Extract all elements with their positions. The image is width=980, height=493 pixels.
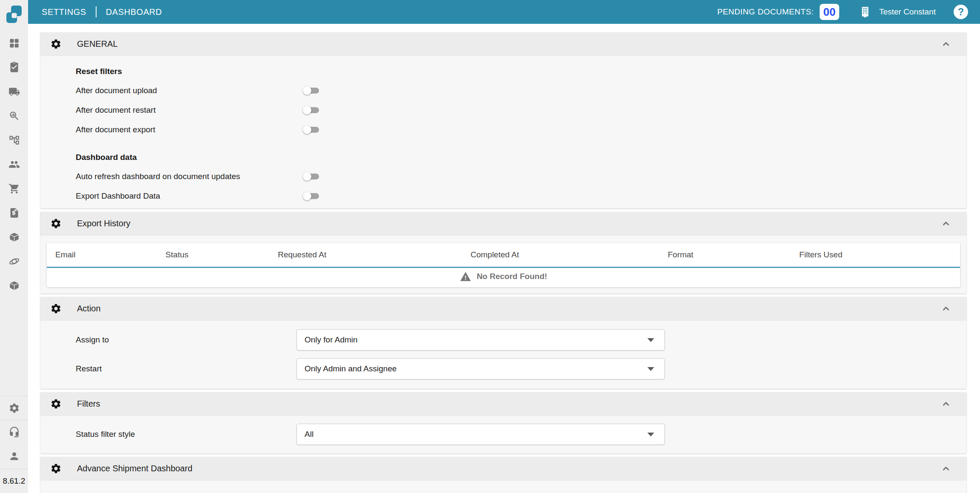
- sidebar-item-package-alt[interactable]: [9, 274, 20, 298]
- sidebar-item-users[interactable]: [9, 152, 20, 177]
- sidebar-item-settings[interactable]: [0, 396, 28, 420]
- section-body-advance-shipment: [40, 480, 966, 493]
- shipping-truck-icon: [9, 86, 20, 97]
- empty-row: No Record Found!: [47, 267, 960, 287]
- invoice-icon: [9, 207, 20, 219]
- section-title: Advance Shipment Dashboard: [77, 464, 192, 473]
- section-body-filters: Status filter style All: [40, 415, 966, 453]
- chevron-up-icon: [940, 398, 952, 410]
- setting-row: After document restart: [76, 100, 966, 120]
- sidebar-item-search-analytics[interactable]: [9, 104, 20, 128]
- section-filters: Filters Status filter style All: [40, 392, 966, 453]
- export-history-table: Email Status Requested At Completed At F…: [47, 243, 960, 287]
- gear-icon: [50, 463, 62, 474]
- field-label: Status filter style: [76, 430, 296, 439]
- toggle-label: After document export: [76, 125, 303, 134]
- group-heading: Reset filters: [76, 62, 966, 81]
- sidebar-item-cart[interactable]: [9, 177, 20, 201]
- toggle-after-document-restart[interactable]: [303, 106, 319, 114]
- sidebar-item-integrations[interactable]: [9, 249, 20, 274]
- nav-separator: [96, 6, 97, 17]
- column-header-filters-used: Filters Used: [799, 243, 960, 267]
- section-header-general[interactable]: GENERAL: [40, 32, 966, 55]
- field-label: Restart: [76, 364, 296, 373]
- chevron-up-icon: [940, 217, 952, 229]
- section-action: Action Assign to Only for Admin Restart …: [40, 297, 966, 389]
- gear-icon: [50, 303, 62, 314]
- sidebar-item-support[interactable]: [0, 420, 28, 443]
- toggle-after-document-upload[interactable]: [303, 86, 319, 95]
- no-record-message: No Record Found!: [460, 271, 547, 282]
- column-header-status: Status: [165, 243, 278, 267]
- collapse-button[interactable]: [940, 398, 952, 410]
- toggle-after-document-export[interactable]: [303, 125, 319, 134]
- caret-down-icon: [647, 433, 654, 436]
- assign-to-select[interactable]: Only for Admin: [296, 329, 665, 351]
- app-logo-icon: [5, 3, 23, 25]
- user-name[interactable]: Tester Constant: [879, 7, 936, 17]
- sidebar-item-dashboard[interactable]: [9, 31, 20, 55]
- section-header-export-history[interactable]: Export History: [40, 212, 966, 235]
- building-icon: [859, 6, 872, 18]
- restart-select[interactable]: Only Admin and Assignee: [296, 358, 665, 379]
- column-header-requested-at: Requested At: [278, 243, 470, 267]
- sidebar-item-invoice[interactable]: [9, 201, 20, 225]
- sidebar-item-tasks[interactable]: [9, 55, 20, 80]
- section-export-history: Export History Email Status Requested At…: [40, 212, 966, 294]
- table-header-row: Email Status Requested At Completed At F…: [47, 243, 960, 267]
- setting-row: Auto refresh dashboard on document updat…: [76, 167, 966, 186]
- sidebar-item-package[interactable]: [9, 225, 20, 249]
- collapse-button[interactable]: [940, 38, 952, 50]
- account-person-icon: [9, 450, 20, 462]
- selected-value: Only Admin and Assignee: [305, 364, 397, 373]
- selected-value: All: [305, 430, 313, 439]
- search-analytics-icon: [9, 110, 20, 122]
- chevron-up-icon: [940, 462, 952, 474]
- collapse-button[interactable]: [940, 462, 952, 474]
- app-logo[interactable]: [5, 3, 23, 27]
- pending-documents-label: PENDING DOCUMENTS:: [717, 7, 814, 17]
- toggle-export-dashboard-data[interactable]: [303, 192, 319, 200]
- caret-down-icon: [647, 338, 654, 342]
- support-headset-icon: [9, 426, 20, 438]
- column-header-completed-at: Completed At: [470, 243, 668, 267]
- group-heading: Dashboard data: [76, 148, 966, 167]
- collapse-button[interactable]: [940, 217, 952, 229]
- collapse-button[interactable]: [940, 302, 952, 314]
- package-icon: [9, 231, 20, 243]
- dashboard-grid-icon: [9, 37, 20, 49]
- toggle-thumb: [303, 192, 311, 200]
- app-version: 8.61.2: [3, 469, 26, 493]
- toggle-auto-refresh-dashboard[interactable]: [303, 172, 319, 181]
- gear-icon: [50, 218, 62, 229]
- tasks-clipboard-icon: [9, 62, 20, 73]
- gear-icon: [50, 38, 62, 50]
- sidebar: 8.61.2: [0, 0, 28, 493]
- section-header-filters[interactable]: Filters: [40, 392, 966, 415]
- settings-gear-icon: [9, 402, 20, 414]
- selected-value: Only for Admin: [305, 335, 358, 345]
- topbar: SETTINGS DASHBOARD PENDING DOCUMENTS: 00: [28, 0, 980, 24]
- sidebar-item-hierarchy[interactable]: [9, 128, 20, 152]
- organization-button[interactable]: [859, 6, 872, 18]
- chevron-up-icon: [940, 302, 952, 314]
- sidebar-item-account[interactable]: [0, 443, 28, 469]
- nav-settings[interactable]: SETTINGS: [42, 7, 86, 17]
- help-button[interactable]: ?: [954, 5, 968, 19]
- section-header-action[interactable]: Action: [40, 297, 966, 320]
- orbit-icon: [9, 256, 20, 267]
- sidebar-nav: [9, 31, 20, 298]
- sidebar-item-shipping[interactable]: [9, 80, 20, 104]
- toggle-label: After document restart: [76, 105, 303, 115]
- setting-row: After document export: [76, 120, 966, 140]
- package-alt-icon: [9, 280, 20, 291]
- app-root: 8.61.2 SETTINGS DASHBOARD PENDING DOCUME…: [0, 0, 980, 493]
- pending-documents-badge: 00: [820, 4, 839, 20]
- users-icon: [9, 159, 20, 170]
- main-content: GENERAL Reset filters After document upl…: [28, 24, 980, 493]
- section-title: Filters: [77, 399, 100, 409]
- nav-dashboard[interactable]: DASHBOARD: [106, 7, 162, 17]
- status-filter-style-select[interactable]: All: [296, 424, 665, 445]
- gear-icon: [50, 398, 62, 410]
- section-header-advance-shipment[interactable]: Advance Shipment Dashboard: [40, 457, 966, 480]
